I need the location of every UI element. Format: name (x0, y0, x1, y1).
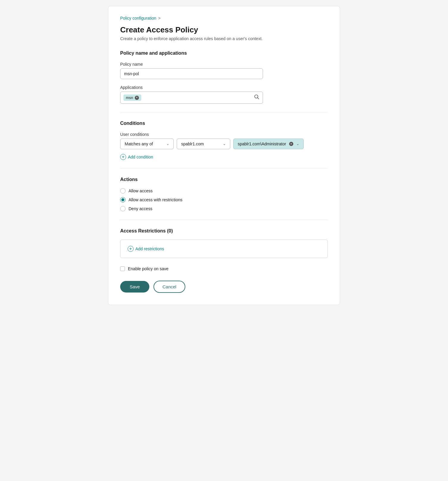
radio-deny-access-indicator (120, 206, 126, 211)
access-restrictions-section: Access Restrictions (0) + Add restrictio… (120, 228, 328, 258)
radio-deny-access[interactable]: Deny access (120, 206, 328, 211)
section-divider-3 (120, 220, 328, 220)
value-tag-remove-button[interactable]: ✕ (289, 142, 293, 146)
add-restrictions-label: Add restrictions (135, 246, 164, 251)
add-condition-icon: + (120, 154, 126, 160)
page-container: Policy configuration > Create Access Pol… (108, 6, 340, 305)
matches-chevron-icon: ⌄ (166, 142, 169, 146)
add-condition-label: Add condition (128, 155, 153, 159)
section-title-access-restrictions: Access Restrictions (0) (120, 228, 328, 234)
add-restrictions-icon: + (128, 246, 134, 252)
section-divider-2 (120, 168, 328, 169)
breadcrumb: Policy configuration > (120, 16, 328, 21)
applications-input-area[interactable]: msn ✕ (120, 92, 263, 104)
breadcrumb-link[interactable]: Policy configuration (120, 16, 156, 21)
breadcrumb-chevron-icon: > (158, 16, 160, 21)
restrictions-box: + Add restrictions (120, 240, 328, 258)
matches-dropdown[interactable]: Matches any of ⌄ (120, 139, 174, 149)
radio-allow-restrictions-indicator (120, 197, 126, 202)
applications-label: Applications (120, 85, 328, 90)
section-title-conditions: Conditions (120, 121, 328, 126)
radio-deny-access-label: Deny access (129, 206, 152, 211)
value-dropdown[interactable]: spablr1.com\Administrator ✕ ⌄ (233, 139, 304, 149)
domain-dropdown-value: spablr1.com (181, 142, 204, 146)
policy-name-field-group: Policy name (120, 62, 328, 79)
matches-dropdown-value: Matches any of (125, 142, 153, 146)
radio-allow-access-indicator (120, 188, 126, 194)
conditions-section: Conditions User conditions Matches any o… (120, 121, 328, 160)
applications-search-icon (254, 94, 260, 101)
value-dropdown-text: spablr1.com\Administrator (238, 142, 286, 146)
add-restrictions-link[interactable]: + Add restrictions (128, 246, 164, 252)
enable-policy-checkbox[interactable] (120, 266, 125, 271)
value-chevron-icon: ⌄ (296, 142, 299, 146)
section-title-policy-name: Policy name and applications (120, 51, 328, 56)
page-title: Create Access Policy (120, 25, 328, 34)
actions-radio-group: Allow access Allow access with restricti… (120, 188, 328, 211)
application-tag-remove-button[interactable]: ✕ (135, 96, 139, 100)
buttons-row: Save Cancel (120, 281, 328, 293)
enable-policy-label: Enable policy on save (128, 266, 168, 271)
save-button[interactable]: Save (120, 281, 149, 293)
radio-allow-access[interactable]: Allow access (120, 188, 328, 194)
user-conditions-label: User conditions (120, 132, 328, 137)
policy-name-label: Policy name (120, 62, 328, 67)
enable-policy-row: Enable policy on save (120, 266, 328, 271)
domain-chevron-icon: ⌄ (223, 142, 226, 146)
domain-dropdown[interactable]: spablr1.com ⌄ (177, 139, 230, 149)
radio-allow-restrictions-label: Allow access with restrictions (129, 197, 182, 202)
applications-field-group: Applications msn ✕ (120, 85, 328, 104)
section-title-actions: Actions (120, 177, 328, 182)
application-tag: msn ✕ (123, 95, 141, 101)
policy-name-input[interactable] (120, 68, 263, 79)
cancel-button[interactable]: Cancel (153, 281, 185, 293)
page-description: Create a policy to enforce application a… (120, 36, 328, 41)
svg-line-1 (258, 98, 259, 99)
actions-section: Actions Allow access Allow access with r… (120, 177, 328, 211)
section-divider-1 (120, 112, 328, 112)
radio-allow-restrictions[interactable]: Allow access with restrictions (120, 197, 328, 202)
conditions-row: Matches any of ⌄ spablr1.com ⌄ spablr1.c… (120, 139, 328, 149)
add-condition-link[interactable]: + Add condition (120, 154, 328, 160)
radio-allow-access-label: Allow access (129, 188, 153, 193)
application-tag-text: msn (126, 95, 133, 100)
